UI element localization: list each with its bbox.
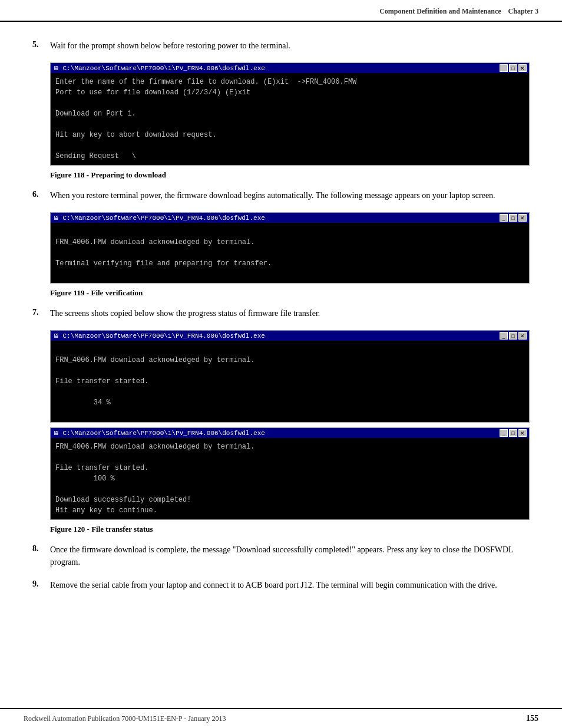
minimize-button-3b[interactable]: _ [500, 429, 508, 437]
terminal-2-titlebar: 🖥 C:\Manzoor\Software\PF7000\1\PV_FRN4.0… [51, 213, 529, 223]
t3b-line-3: File transfer started. [55, 463, 524, 473]
page-content: 5. Wait for the prompt shown below befor… [0, 22, 562, 637]
close-button-3a[interactable]: ✕ [518, 332, 527, 340]
step-9: 9. Remove the serial cable from your lap… [32, 579, 530, 591]
terminal-3a-titlebar: 🖥 C:\Manzoor\Software\PF7000\1\PV_FRN4.0… [51, 331, 529, 341]
step-9-number: 9. [32, 579, 50, 589]
step-6-item: 6. When you restore terminal power, the … [32, 189, 530, 202]
t2-line-5 [55, 269, 524, 279]
footer-publication: Rockwell Automation Publication 7000-UM1… [24, 714, 226, 723]
step-6-number: 6. [32, 189, 50, 199]
step-5: 5. Wait for the prompt shown below befor… [32, 39, 530, 180]
terminal-1-content: Enter the name of the firmware file to d… [51, 73, 529, 165]
close-button[interactable]: ✕ [518, 64, 527, 72]
step-9-item: 9. Remove the serial cable from your lap… [32, 579, 530, 591]
page-header: Component Definition and Maintenance Cha… [0, 0, 562, 22]
step-6: 6. When you restore terminal power, the … [32, 189, 530, 298]
t2-line-2: FRN_4006.FMW download acknowledged by te… [55, 237, 524, 248]
terminal-1-line-3 [55, 98, 524, 108]
minimize-button-3a[interactable]: _ [500, 332, 508, 340]
t2-line-4: Terminal verifying file and preparing fo… [55, 258, 524, 269]
step-5-text: Wait for the prompt shown below before r… [50, 39, 530, 52]
figure-118-caption: Figure 118 - Preparing to download [50, 170, 530, 180]
terminal-1-line-7 [55, 140, 524, 151]
t3b-line-7: Hit any key to continue. [55, 505, 524, 516]
terminal-1-buttons[interactable]: _ □ ✕ [500, 64, 527, 72]
terminal-3a-buttons[interactable]: _ □ ✕ [500, 332, 527, 340]
footer-page-number: 155 [526, 714, 538, 723]
step-8-item: 8. Once the firmware download is complet… [32, 543, 530, 568]
figure-119-caption: Figure 119 - File verification [50, 288, 530, 298]
t3b-line-1: FRN_4006.FMW download acknowledged by te… [55, 442, 524, 452]
maximize-button-3b[interactable]: □ [509, 429, 517, 437]
terminal-3a-content: FRN_4006.FMW download acknowledged by te… [51, 341, 529, 422]
figure-120-caption: Figure 120 - File transfer status [50, 525, 530, 534]
close-button-3b[interactable]: ✕ [518, 429, 527, 437]
page-container: Component Definition and Maintenance Cha… [0, 0, 562, 728]
terminal-3a-title: 🖥 C:\Manzoor\Software\PF7000\1\PV_FRN4.0… [53, 332, 265, 340]
terminal-3a: 🖥 C:\Manzoor\Software\PF7000\1\PV_FRN4.0… [50, 330, 530, 423]
terminal-1-line-2: Port to use for file download (1/2/3/4) … [55, 87, 524, 98]
step-7-text: The screens shots copied below show the … [50, 307, 530, 319]
step-8-number: 8. [32, 543, 50, 554]
step-7: 7. The screens shots copied below show t… [32, 307, 530, 534]
t3a-line-5 [55, 387, 524, 397]
page-footer: Rockwell Automation Publication 7000-UM1… [0, 708, 562, 728]
terminal-2-content: FRN_4006.FMW download acknowledged by te… [51, 223, 529, 283]
terminal-1-line-6: Hit any key to abort download request. [55, 130, 524, 140]
t3a-line-2: FRN_4006.FMW download acknowledged by te… [55, 355, 524, 365]
terminal-1-line-5 [55, 119, 524, 130]
terminal-3b: 🖥 C:\Manzoor\Software\PF7000\1\PV_FRN4.0… [50, 427, 530, 520]
terminal-3b-titlebar: 🖥 C:\Manzoor\Software\PF7000\1\PV_FRN4.0… [51, 428, 529, 438]
minimize-button[interactable]: _ [500, 64, 508, 72]
t2-line-1 [55, 226, 524, 237]
maximize-button-3a[interactable]: □ [509, 332, 517, 340]
t3b-line-5 [55, 484, 524, 495]
chapter-bold-text: Chapter 3 [508, 7, 538, 15]
minimize-button-2[interactable]: _ [500, 214, 508, 222]
maximize-button-2[interactable]: □ [509, 214, 517, 222]
terminal-3b-title: 🖥 C:\Manzoor\Software\PF7000\1\PV_FRN4.0… [53, 430, 265, 437]
step-8-text: Once the firmware download is complete, … [50, 543, 530, 568]
t3b-line-6: Download successfully completed! [55, 495, 524, 505]
terminal-3b-buttons[interactable]: _ □ ✕ [500, 429, 527, 437]
terminal-1-titlebar: 🖥 C:\Manzoor\Software\PF7000\1\PV_FRN4.0… [51, 63, 529, 73]
terminal-1-line-8: Sending Request \ [55, 151, 524, 162]
step-7-item: 7. The screens shots copied below show t… [32, 307, 530, 319]
close-button-2[interactable]: ✕ [518, 214, 527, 222]
t2-line-3 [55, 248, 524, 258]
t3a-line-7 [55, 408, 524, 419]
chapter-label-text: Component Definition and Maintenance [379, 7, 501, 15]
terminal-2: 🖥 C:\Manzoor\Software\PF7000\1\PV_FRN4.0… [50, 212, 530, 284]
terminal-2-title: 🖥 C:\Manzoor\Software\PF7000\1\PV_FRN4.0… [53, 215, 265, 222]
step-6-text: When you restore terminal power, the fir… [50, 189, 530, 202]
t3b-line-2 [55, 452, 524, 463]
step-5-item: 5. Wait for the prompt shown below befor… [32, 39, 530, 52]
terminal-1-title: 🖥 C:\Manzoor\Software\PF7000\1\PV_FRN4.0… [53, 65, 265, 72]
terminal-1: 🖥 C:\Manzoor\Software\PF7000\1\PV_FRN4.0… [50, 62, 530, 166]
t3b-line-4: 100 % [55, 473, 524, 484]
terminal-3b-content: FRN_4006.FMW download acknowledged by te… [51, 438, 529, 519]
step-8: 8. Once the firmware download is complet… [32, 543, 530, 568]
step-5-number: 5. [32, 39, 50, 50]
maximize-button[interactable]: □ [509, 64, 517, 72]
t3a-line-6: 34 % [55, 397, 524, 408]
t3a-line-4: File transfer started. [55, 376, 524, 387]
step-7-number: 7. [32, 307, 50, 317]
terminal-1-line-4: Download on Port 1. [55, 108, 524, 119]
t3a-line-1 [55, 344, 524, 355]
step-9-text: Remove the serial cable from your laptop… [50, 579, 530, 591]
terminal-2-buttons[interactable]: _ □ ✕ [500, 214, 527, 222]
header-chapter-label: Component Definition and Maintenance Cha… [379, 7, 538, 16]
t3a-line-3 [55, 365, 524, 376]
terminal-1-line-1: Enter the name of the firmware file to d… [55, 77, 524, 87]
